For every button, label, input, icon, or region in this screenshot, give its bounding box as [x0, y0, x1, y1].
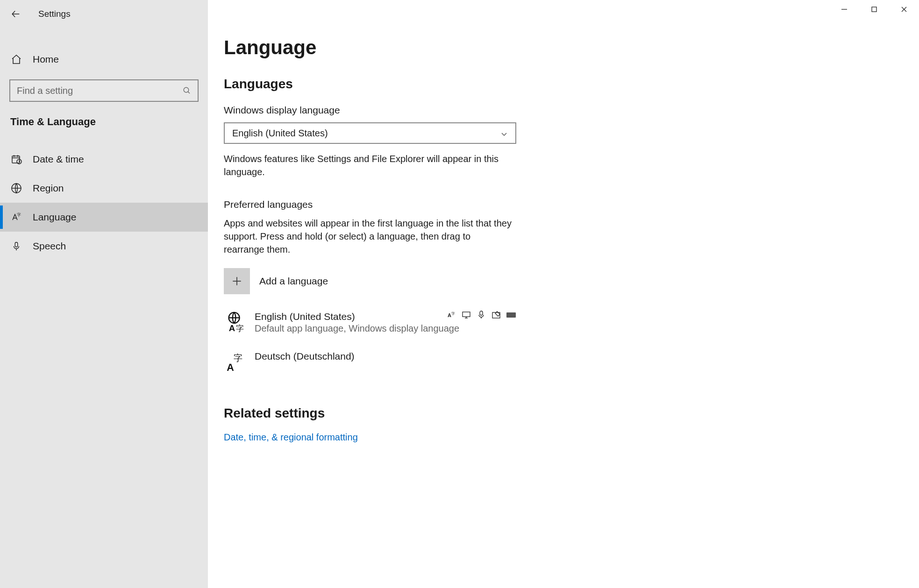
svg-text:A: A: [229, 323, 235, 333]
language-text: Deutsch (Deutschland): [255, 350, 516, 363]
search-box[interactable]: [9, 79, 199, 102]
svg-rect-34: [506, 312, 516, 318]
sidebar-item-region[interactable]: Region: [0, 174, 208, 203]
calendar-clock-icon: [10, 153, 22, 165]
svg-line-2: [188, 92, 190, 93]
plus-icon: [224, 268, 250, 294]
sidebar-item-label: Region: [33, 183, 64, 194]
cap-desktop-icon: [461, 310, 471, 319]
sidebar-item-label: Date & time: [33, 154, 84, 165]
minimize-icon: [841, 6, 848, 13]
language-capabilities: A 字: [446, 310, 516, 319]
sidebar-category: Time & Language: [0, 102, 208, 132]
language-globe-icon: A 字: [224, 310, 247, 333]
sidebar-home[interactable]: Home: [0, 47, 208, 72]
add-language-label: Add a language: [259, 276, 328, 287]
svg-rect-17: [872, 7, 876, 12]
display-language-label: Windows display language: [224, 105, 518, 116]
content: Languages Windows display language Engli…: [224, 77, 518, 443]
svg-text:字: 字: [451, 312, 455, 316]
sidebar: Settings Home Time: [0, 0, 208, 588]
display-language-dropdown[interactable]: English (United States): [224, 122, 516, 144]
language-item-de-de[interactable]: 字 A Deutsch (Deutschland): [224, 350, 516, 373]
svg-rect-14: [15, 242, 18, 247]
language-item-en-us[interactable]: A 字 English (United States) Default app …: [224, 310, 516, 334]
sidebar-item-date-time[interactable]: Date & time: [0, 145, 208, 174]
chevron-down-icon: [500, 129, 508, 137]
svg-rect-28: [463, 312, 470, 317]
globe-icon: [10, 182, 22, 194]
language-icon: 字: [10, 211, 22, 223]
cap-display-icon: A 字: [446, 310, 456, 319]
sidebar-item-label: Speech: [33, 241, 66, 252]
svg-point-1: [184, 87, 189, 92]
settings-window: Settings Home Time: [0, 0, 919, 588]
close-button[interactable]: [889, 0, 919, 19]
maximize-button[interactable]: [859, 0, 889, 19]
page-title: Language: [224, 36, 900, 59]
microphone-icon: [10, 240, 22, 252]
sidebar-nav: Date & time Region 字: [0, 145, 208, 261]
display-language-value: English (United States): [232, 128, 328, 139]
language-name: Deutsch (Deutschland): [255, 351, 516, 362]
language-subtitle: Default app language, Windows display la…: [255, 323, 516, 334]
svg-rect-31: [480, 311, 483, 315]
add-language-button[interactable]: Add a language: [224, 268, 518, 294]
arrow-left-icon: [11, 9, 21, 19]
close-icon: [900, 6, 908, 13]
search-input[interactable]: [17, 85, 174, 96]
preferred-heading: Preferred languages: [224, 199, 518, 210]
search-wrap: [9, 79, 199, 102]
preferred-desc: Apps and websites will appear in the fir…: [224, 217, 513, 256]
cap-keyboard-icon: [506, 310, 516, 319]
languages-heading: Languages: [224, 77, 518, 92]
cap-handwriting-icon: [491, 310, 501, 319]
home-icon: [10, 53, 22, 65]
search-icon: [183, 86, 191, 95]
svg-text:A: A: [448, 312, 451, 318]
home-label: Home: [33, 54, 59, 65]
cap-voice-icon: [476, 310, 486, 319]
maximize-icon: [870, 6, 878, 13]
related-settings-heading: Related settings: [224, 406, 518, 421]
language-letters-icon: 字 A: [224, 350, 247, 373]
minimize-button[interactable]: [829, 0, 859, 19]
sidebar-header: Settings: [0, 4, 208, 24]
preferred-languages-section: Preferred languages Apps and websites wi…: [224, 199, 518, 373]
related-link[interactable]: Date, time, & regional formatting: [224, 432, 518, 443]
svg-text:字: 字: [234, 353, 242, 363]
sidebar-item-speech[interactable]: Speech: [0, 232, 208, 261]
svg-text:A: A: [227, 361, 234, 372]
display-language-desc: Windows features like Settings and File …: [224, 152, 513, 178]
window-controls: [829, 0, 919, 19]
svg-text:字: 字: [17, 213, 21, 217]
main-content: Language Languages Windows display langu…: [208, 0, 919, 588]
sidebar-item-language[interactable]: 字 Language: [0, 203, 208, 232]
sidebar-item-label: Language: [33, 212, 76, 223]
svg-text:字: 字: [236, 324, 244, 333]
app-title: Settings: [38, 9, 71, 19]
back-button[interactable]: [10, 8, 21, 20]
